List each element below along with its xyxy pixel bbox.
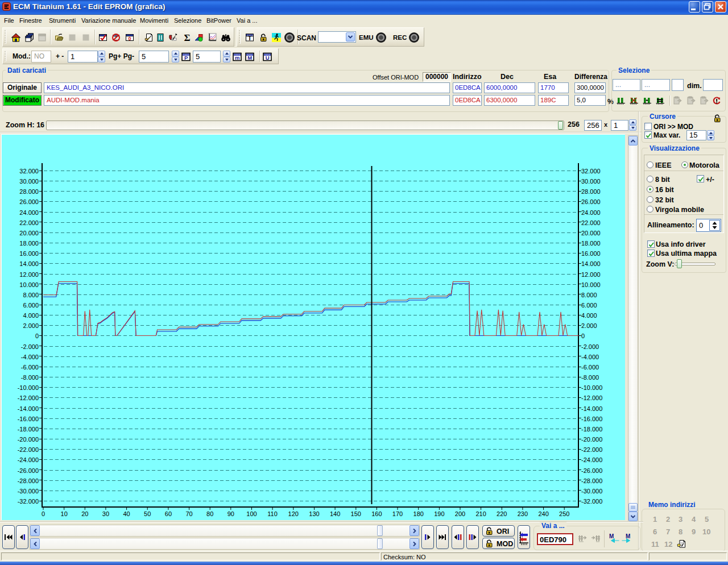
- svg-text:28.000: 28.000: [581, 188, 601, 195]
- svg-text:40: 40: [123, 510, 130, 517]
- svg-text:-6.000: -6.000: [21, 364, 39, 371]
- svg-text:Σ: Σ: [184, 33, 190, 42]
- svg-text:14.000: 14.000: [19, 260, 39, 267]
- svg-text:-22.000: -22.000: [18, 446, 39, 453]
- svg-text:T: T: [248, 35, 251, 41]
- svg-text:16.000: 16.000: [581, 250, 601, 257]
- svg-text:32.000: 32.000: [581, 168, 601, 175]
- svg-text:0: 0: [35, 333, 39, 339]
- svg-text:-26.000: -26.000: [581, 467, 602, 474]
- svg-text:0: 0: [42, 510, 45, 517]
- svg-text:-26.000: -26.000: [18, 467, 39, 474]
- svg-text:20: 20: [81, 510, 88, 517]
- svg-text:-18.000: -18.000: [581, 426, 602, 433]
- svg-text:28.000: 28.000: [19, 188, 39, 195]
- svg-text:110: 110: [267, 510, 278, 517]
- svg-text:2.000: 2.000: [23, 322, 39, 329]
- svg-text:12.000: 12.000: [581, 271, 601, 278]
- svg-text:-28.000: -28.000: [18, 477, 39, 484]
- svg-text:18.000: 18.000: [581, 240, 601, 247]
- svg-text:150: 150: [351, 510, 361, 517]
- svg-text:170: 170: [392, 510, 403, 517]
- svg-text:U: U: [266, 55, 270, 61]
- svg-text:-14.000: -14.000: [18, 405, 39, 412]
- svg-text:10.000: 10.000: [581, 281, 601, 288]
- svg-text:10.000: 10.000: [19, 281, 39, 288]
- svg-text:180: 180: [413, 510, 424, 517]
- svg-text:20.000: 20.000: [19, 230, 39, 236]
- svg-text:6.000: 6.000: [581, 302, 597, 309]
- svg-text:22.000: 22.000: [581, 219, 601, 226]
- svg-text:-32.000: -32.000: [581, 498, 602, 505]
- svg-text:0: 0: [128, 36, 131, 41]
- svg-text:-12.000: -12.000: [581, 394, 602, 401]
- svg-text:250: 250: [559, 510, 569, 517]
- svg-text:-2.000: -2.000: [21, 343, 39, 350]
- svg-text:22.000: 22.000: [19, 219, 39, 226]
- svg-text:-22.000: -22.000: [581, 446, 602, 453]
- svg-text:6.000: 6.000: [23, 302, 39, 309]
- svg-text:-24.000: -24.000: [18, 456, 39, 463]
- svg-text:-32.000: -32.000: [18, 498, 39, 505]
- svg-text:8.000: 8.000: [23, 292, 39, 298]
- svg-text:160: 160: [371, 510, 382, 517]
- svg-text:-6.000: -6.000: [581, 364, 599, 371]
- svg-text:m: m: [235, 55, 239, 61]
- svg-text:130: 130: [309, 510, 319, 517]
- svg-text:-20.000: -20.000: [581, 436, 602, 443]
- svg-text:-8.000: -8.000: [21, 374, 39, 381]
- svg-text:140: 140: [330, 510, 340, 517]
- svg-text:M: M: [247, 55, 252, 61]
- svg-text:-16.000: -16.000: [581, 416, 602, 422]
- svg-text:4.000: 4.000: [23, 312, 39, 319]
- svg-text:-10.000: -10.000: [581, 384, 602, 391]
- svg-text:0: 0: [581, 333, 585, 339]
- svg-text:60: 60: [165, 510, 172, 517]
- svg-text:30.000: 30.000: [581, 178, 601, 185]
- svg-text:50: 50: [144, 510, 151, 517]
- svg-text:120: 120: [288, 510, 299, 517]
- svg-text:30: 30: [102, 510, 109, 517]
- svg-text:30.000: 30.000: [19, 178, 39, 185]
- svg-text:190: 190: [434, 510, 444, 517]
- svg-text:-4.000: -4.000: [581, 354, 599, 360]
- svg-text:-10.000: -10.000: [18, 384, 39, 391]
- svg-text:-30.000: -30.000: [18, 488, 39, 495]
- svg-text:-28.000: -28.000: [581, 477, 602, 484]
- svg-text:26.000: 26.000: [19, 198, 39, 205]
- svg-text:90: 90: [228, 510, 234, 517]
- svg-text:16.000: 16.000: [19, 250, 39, 257]
- svg-text:18.000: 18.000: [19, 240, 39, 247]
- svg-text:2.000: 2.000: [581, 322, 597, 329]
- svg-text:70: 70: [185, 510, 192, 517]
- svg-text:-2.000: -2.000: [581, 343, 599, 350]
- svg-text:4.000: 4.000: [581, 312, 597, 319]
- svg-text:-16.000: -16.000: [18, 416, 39, 422]
- svg-text:32.000: 32.000: [19, 168, 39, 175]
- svg-text:-14.000: -14.000: [581, 405, 602, 412]
- svg-text:26.000: 26.000: [581, 198, 601, 205]
- svg-text:10: 10: [61, 510, 68, 517]
- svg-text:240: 240: [538, 510, 548, 517]
- svg-text:-12.000: -12.000: [18, 394, 39, 401]
- svg-text:24.000: 24.000: [19, 209, 39, 216]
- svg-text:-30.000: -30.000: [581, 488, 602, 495]
- svg-text:220: 220: [497, 510, 507, 517]
- svg-text:12.000: 12.000: [19, 271, 39, 278]
- svg-text:210: 210: [475, 510, 486, 517]
- svg-text:100: 100: [246, 510, 257, 517]
- svg-text:8.000: 8.000: [581, 292, 597, 298]
- svg-text:20.000: 20.000: [581, 230, 601, 236]
- svg-text:-18.000: -18.000: [18, 426, 39, 433]
- svg-text:14.000: 14.000: [581, 260, 601, 267]
- svg-text:230: 230: [518, 510, 528, 517]
- svg-text:24.000: 24.000: [581, 209, 601, 216]
- svg-text:-20.000: -20.000: [18, 436, 39, 443]
- svg-text:-4.000: -4.000: [21, 354, 39, 360]
- svg-text:P: P: [184, 55, 188, 61]
- svg-text:200: 200: [455, 510, 465, 517]
- svg-text:-24.000: -24.000: [581, 456, 602, 463]
- svg-text:80: 80: [206, 510, 213, 517]
- svg-text:-8.000: -8.000: [581, 374, 599, 381]
